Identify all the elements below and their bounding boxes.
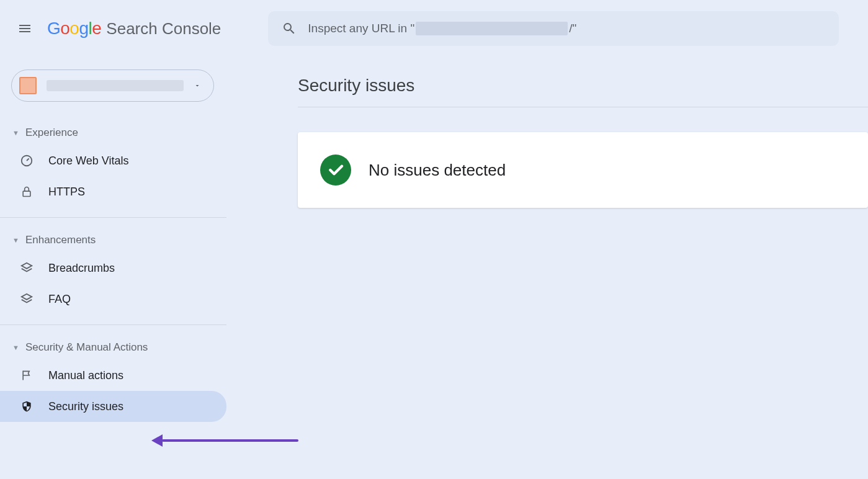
google-wordmark: Google (47, 19, 101, 38)
sidebar-item-label: FAQ (48, 293, 71, 306)
sidebar-item-label: HTTPS (48, 186, 85, 199)
sidebar-section-enhancements[interactable]: ▼ Enhancements (0, 228, 226, 253)
page-title: Security issues (298, 76, 868, 96)
main-content: Security issues No issues detected (298, 57, 868, 479)
section-title-enhancements: Enhancements (25, 234, 96, 246)
section-title-experience: Experience (25, 127, 78, 139)
section-title-security: Security & Manual Actions (25, 341, 148, 354)
sidebar-item-https[interactable]: HTTPS (0, 176, 226, 207)
flag-icon (19, 369, 35, 382)
shield-icon (19, 400, 35, 413)
arrow-head-icon (151, 434, 163, 447)
svg-rect-1 (23, 191, 30, 196)
hamburger-icon (17, 21, 32, 36)
lock-icon (19, 185, 35, 199)
property-favicon (19, 77, 37, 94)
property-selector[interactable] (11, 69, 214, 102)
sidebar-item-core-web-vitals[interactable]: Core Web Vitals (0, 145, 226, 176)
sidebar-item-label: Breadcrumbs (48, 262, 115, 275)
collapse-icon: ▼ (12, 236, 19, 244)
redacted-property-name (47, 80, 184, 91)
speedometer-icon (19, 154, 35, 168)
product-name: Search Console (106, 19, 221, 38)
sidebar-item-faq[interactable]: FAQ (0, 284, 226, 315)
sidebar-item-breadcrumbs[interactable]: Breadcrumbs (0, 253, 226, 284)
header: Google Search Console Inspect any URL in… (0, 0, 868, 57)
sidebar-divider (0, 217, 226, 218)
sidebar-item-manual-actions[interactable]: Manual actions (0, 360, 226, 391)
status-card: No issues detected (298, 132, 868, 208)
collapse-icon: ▼ (12, 129, 19, 137)
sidebar-section-security[interactable]: ▼ Security & Manual Actions (0, 335, 226, 360)
arrow-line (162, 439, 298, 442)
search-placeholder-text: Inspect any URL in "/" (308, 22, 825, 35)
product-logo[interactable]: Google Search Console (47, 19, 221, 38)
search-icon (282, 21, 297, 36)
sidebar-section-experience[interactable]: ▼ Experience (0, 120, 226, 145)
sidebar-item-security-issues[interactable]: Security issues (0, 391, 226, 422)
success-check-icon (320, 154, 351, 186)
sidebar-item-label: Manual actions (48, 369, 123, 382)
menu-toggle-button[interactable] (12, 16, 37, 41)
sidebar: ▼ Experience Core Web Vitals HTTPS ▼ Enh… (0, 57, 251, 479)
annotation-arrow (151, 434, 298, 447)
sidebar-item-label: Core Web Vitals (48, 154, 128, 168)
sidebar-item-label: Security issues (48, 400, 123, 413)
chevron-down-icon (194, 82, 201, 89)
collapse-icon: ▼ (12, 344, 19, 351)
layers-icon (19, 261, 35, 275)
redacted-property-url (416, 22, 568, 35)
layers-icon (19, 292, 35, 306)
url-inspection-search[interactable]: Inspect any URL in "/" (268, 11, 839, 46)
status-message: No issues detected (369, 161, 506, 180)
sidebar-divider (0, 325, 226, 325)
title-divider (298, 107, 868, 107)
